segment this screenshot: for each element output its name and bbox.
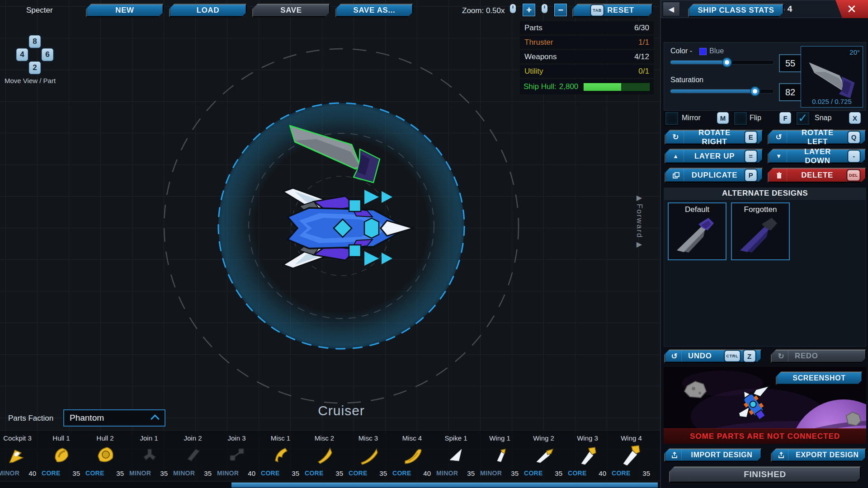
mirror-checkbox[interactable]: ✓	[665, 112, 678, 125]
part-coords: 0.025 / 0.725	[801, 98, 863, 105]
wing4-part-icon	[621, 444, 642, 465]
layer-up-button[interactable]: ▲ LAYER UP =	[665, 149, 763, 164]
zoom-in-button[interactable]: +	[523, 4, 535, 16]
part-name: Misc 4	[390, 434, 434, 442]
export-icon	[774, 450, 788, 460]
cockpit3-part-icon	[7, 444, 28, 465]
part-angle: 20°	[849, 48, 860, 56]
part-item-misc-2[interactable]: Misc 2CORE35	[302, 431, 346, 481]
part-category: MINOR	[129, 469, 151, 477]
design-preview-image: SCREENSHOT SOME PARTS ARE NOT CONNECTED	[664, 367, 866, 444]
part-name: Join 2	[171, 434, 215, 442]
tray-scrollbar-thumb[interactable]	[231, 483, 658, 488]
rotate-left-button[interactable]: ↺ ROTATE LEFT Q	[768, 130, 866, 145]
forward-label: Forward	[635, 204, 644, 238]
design-forgotten-icon	[736, 215, 785, 257]
part-name: Wing 2	[522, 434, 566, 442]
reset-view-button[interactable]: TAB RESET	[572, 4, 653, 17]
parts-faction-label: Parts Faction	[8, 414, 53, 423]
part-price: 35	[335, 469, 343, 477]
alternate-designs-section: DefaultForgotten	[664, 199, 866, 347]
part-item-wing-4[interactable]: Wing 4CORE35	[609, 431, 653, 481]
part-item-cockpit-3[interactable]: Cockpit 3MINOR40	[0, 431, 39, 481]
duplicate-button[interactable]: DUPLICATE P	[665, 168, 763, 183]
wing-part-preview-graphic	[801, 52, 863, 102]
triangle-up-icon: ▲	[668, 150, 684, 162]
mirror-key-icon: M	[717, 112, 729, 124]
flip-checkbox[interactable]: ✓	[734, 112, 747, 125]
saturation-slider[interactable]	[670, 89, 774, 93]
part-name: Misc 1	[259, 434, 302, 442]
alternate-designs-header: ALTERNATE DESIGNS	[664, 188, 866, 199]
part-item-spike-1[interactable]: Spike 1MINOR35	[434, 431, 478, 481]
part-category: MINOR	[217, 469, 239, 477]
undo-button[interactable]: ↺ UNDO CTRL Z	[664, 349, 762, 363]
hull-bar	[583, 83, 650, 91]
saturation-slider-handle[interactable]	[750, 86, 760, 96]
redo-icon: ↻	[774, 351, 788, 361]
part-name: Join 1	[127, 434, 171, 442]
forward-arrow-icon: ▶	[637, 193, 642, 202]
export-design-button[interactable]: EXPORT DESIGN	[771, 448, 866, 462]
rotate-right-key-icon: E	[745, 131, 757, 143]
delete-button[interactable]: DELETE DEL	[768, 168, 866, 183]
mouse-scroll-down-icon	[542, 4, 547, 13]
save-as-button[interactable]: SAVE AS...	[335, 4, 413, 17]
part-item-wing-3[interactable]: Wing 3CORE40	[566, 431, 609, 481]
part-category: MINOR	[173, 469, 195, 477]
color-slider[interactable]	[670, 61, 774, 64]
part-price: 35	[116, 469, 124, 477]
part-item-misc-3[interactable]: Misc 3CORE35	[346, 431, 390, 481]
color-label: Color -	[670, 47, 692, 55]
part-item-join-2[interactable]: Join 2MINOR35	[171, 431, 215, 481]
hull2-part-icon	[94, 444, 116, 465]
part-category: MINOR	[480, 469, 502, 477]
ctrl-key-icon: CTRL	[725, 351, 740, 361]
parts-tray: Cockpit 3MINOR40Hull 1CORE35Hull 2CORE35…	[0, 430, 660, 481]
move-up-key-icon: 8	[29, 35, 41, 48]
snap-checkbox[interactable]: ✓	[797, 112, 809, 125]
misc2-part-icon	[314, 444, 335, 465]
mouse-scroll-up-icon	[510, 4, 516, 13]
save-button[interactable]: SAVE	[252, 4, 330, 17]
part-item-join-1[interactable]: Join 1MINOR35	[127, 431, 171, 481]
design-card-forgotten[interactable]: Forgotten	[731, 202, 790, 260]
previous-slot-button[interactable]: ◀	[663, 2, 680, 16]
hull1-part-icon	[51, 444, 72, 465]
saturation-value-box[interactable]: 82	[779, 83, 802, 101]
rotate-right-button[interactable]: ↻ ROTATE RIGHT E	[665, 130, 763, 145]
part-item-hull-1[interactable]: Hull 1CORE35	[39, 431, 83, 481]
color-value-box[interactable]: 55	[779, 54, 802, 72]
layer-down-button[interactable]: ▼ LAYER DOWN -	[768, 149, 866, 164]
z-key-icon: Z	[744, 350, 755, 362]
part-category: MINOR	[0, 469, 19, 477]
part-price: 35	[511, 469, 519, 477]
screenshot-button[interactable]: SCREENSHOT	[776, 371, 863, 385]
layer-down-key-icon: -	[848, 150, 860, 162]
part-item-hull-2[interactable]: Hull 2CORE35	[83, 431, 127, 481]
join3-part-icon	[226, 444, 248, 465]
part-name: Join 3	[215, 434, 259, 442]
misc4-part-icon	[401, 444, 423, 465]
redo-button[interactable]: ↻ REDO	[771, 349, 866, 363]
import-design-button[interactable]: IMPORT DESIGN	[664, 448, 762, 462]
part-item-misc-4[interactable]: Misc 4CORE40	[390, 431, 434, 481]
part-name: Wing 4	[609, 434, 653, 442]
part-item-wing-2[interactable]: Wing 2CORE35	[522, 431, 566, 481]
new-button[interactable]: NEW	[86, 4, 164, 17]
part-properties-panel: Color - Blue 55 Saturation 82 20° 0.025 …	[664, 42, 866, 111]
load-button[interactable]: LOAD	[169, 4, 247, 17]
part-category: CORE	[349, 469, 368, 477]
part-item-misc-1[interactable]: Misc 1CORE35	[259, 431, 302, 481]
design-card-default[interactable]: Default	[668, 202, 726, 260]
part-item-join-3[interactable]: Join 3MINOR40	[215, 431, 259, 481]
ship-stats-panel: Parts6/30Thruster1/1Weapons4/12Utility0/…	[520, 21, 654, 94]
finished-button[interactable]: FINISHED	[669, 466, 861, 483]
design-name: Forgotten	[732, 205, 789, 214]
ship-class-stats-button[interactable]: SHIP CLASS STATS	[688, 4, 784, 17]
parts-faction-dropdown[interactable]: Phantom	[63, 409, 165, 427]
zoom-out-button[interactable]: −	[554, 4, 567, 16]
design-name: Default	[669, 205, 726, 214]
part-item-wing-1[interactable]: Wing 1MINOR35	[478, 431, 522, 481]
color-slider-handle[interactable]	[722, 57, 732, 67]
